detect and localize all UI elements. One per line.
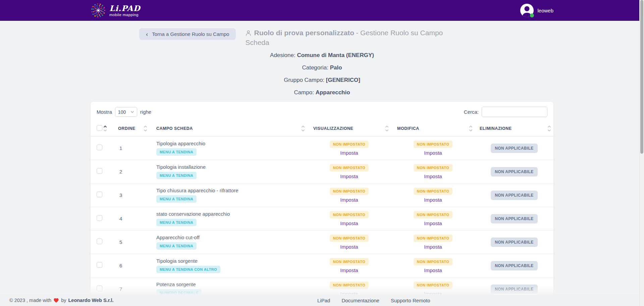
row-checkbox[interactable]	[97, 215, 102, 221]
meta-value: [GENERICO]	[326, 77, 360, 83]
sort-asc-icon[interactable]	[547, 125, 551, 128]
column-header-eliminazione[interactable]: ELIMINAZIONE	[475, 121, 553, 137]
modifica-status-badge: NON IMPOSTATO	[414, 282, 452, 289]
row-checkbox[interactable]	[97, 192, 102, 197]
sort-desc-icon[interactable]	[547, 129, 551, 132]
page-length-value: 100	[118, 109, 126, 115]
sort-desc-icon[interactable]	[301, 129, 305, 132]
online-status-dot	[530, 13, 534, 17]
modifica-imposta-link[interactable]: Imposta	[391, 173, 475, 179]
logo-subtitle: mobile mapping	[109, 13, 140, 17]
row-checkbox[interactable]	[97, 168, 102, 174]
modifica-status-badge: NON IMPOSTATO	[414, 258, 452, 265]
field-name: Apparecchio cut-off	[156, 235, 307, 240]
sort-control-eliminazione[interactable]	[547, 125, 551, 132]
chevron-down-icon	[130, 111, 134, 113]
modifica-imposta-link[interactable]: Imposta	[391, 244, 475, 250]
modifica-status-badge: NON IMPOSTATO	[414, 141, 452, 148]
sort-asc-icon[interactable]	[469, 125, 473, 128]
field-type-badge: MENU A TENDINA	[156, 148, 197, 156]
table-row: 5 Apparecchio cut-off MENU A TENDINA NON…	[91, 231, 553, 254]
visualizzazione-imposta-link[interactable]: Imposta	[307, 220, 391, 226]
visualizzazione-imposta-link[interactable]: Imposta	[307, 150, 391, 156]
search-input[interactable]	[482, 107, 547, 117]
column-header-modifica[interactable]: MODIFICA	[391, 121, 475, 137]
sort-control-modifica[interactable]	[469, 125, 473, 132]
footer-link-documentazione[interactable]: Documentazione	[341, 298, 379, 303]
visualizzazione-status-badge: NON IMPOSTATO	[330, 211, 369, 218]
meta-value: Apparecchio	[316, 89, 350, 96]
sort-desc-icon[interactable]	[385, 129, 389, 132]
sort-control-campo-scheda[interactable]	[301, 125, 305, 132]
select-all-checkbox[interactable]	[97, 125, 102, 131]
sort-asc-icon-active[interactable]	[103, 125, 107, 128]
column-header-ordine[interactable]: ORDINE	[109, 121, 150, 137]
visualizzazione-imposta-link[interactable]: Imposta	[307, 244, 391, 250]
footer-link-lipad[interactable]: LiPad	[317, 298, 330, 303]
user-menu[interactable]: leoweb	[520, 4, 553, 17]
row-checkbox[interactable]	[97, 239, 102, 244]
visualizzazione-imposta-link[interactable]: Imposta	[307, 267, 391, 273]
eliminazione-status-badge: NON APPLICABILE	[491, 261, 538, 270]
sort-control-ordine[interactable]	[144, 125, 147, 132]
app-header: Li.PAD mobile mapping leoweb	[0, 0, 644, 21]
visualizzazione-imposta-link[interactable]: Imposta	[307, 173, 391, 179]
rows-label: righe	[140, 109, 151, 115]
field-type-badge: MENU A TENDINA CON ALTRO	[156, 266, 220, 273]
role-person-icon	[245, 30, 252, 36]
fields-table: ORDINE CAMPO SCHEDA	[91, 121, 553, 301]
back-button-label: Torna a Gestione Ruolo su Campo	[152, 31, 229, 37]
show-label: Mostra	[97, 109, 112, 115]
row-checkbox[interactable]	[97, 286, 102, 291]
scrollbar-thumb[interactable]	[640, 0, 643, 154]
row-checkbox[interactable]	[97, 262, 102, 268]
eliminazione-status-badge: NON APPLICABILE	[491, 238, 538, 247]
column-header-visualizzazione[interactable]: VISUALIZZAZIONE	[307, 121, 391, 137]
sort-asc-icon[interactable]	[144, 125, 147, 128]
avatar[interactable]	[520, 4, 534, 17]
meta-value: Comune di Manta (ENERGY)	[297, 52, 374, 58]
modifica-imposta-link[interactable]: Imposta	[391, 267, 475, 273]
row-checkbox[interactable]	[97, 145, 102, 150]
brand-name: Leonardo Web S.r.l.	[68, 298, 113, 303]
meta-label: Categoria:	[302, 64, 328, 71]
context-info: Adesione: Comune di Manta (ENERGY) Categ…	[0, 52, 644, 96]
page-scrollbar[interactable]	[639, 0, 644, 306]
table-card: Mostra 100 righe Cerca:	[91, 102, 553, 306]
table-row: 6 Tipologia sorgente MENU A TENDINA CON …	[91, 254, 553, 277]
page-length-select[interactable]: 100	[115, 107, 137, 117]
back-button[interactable]: ‹ Torna a Gestione Ruolo su Campo	[139, 28, 236, 40]
modifica-imposta-link[interactable]: Imposta	[391, 220, 475, 226]
field-name: Tipologia installazione	[156, 164, 307, 170]
order-cell: 5	[109, 231, 150, 254]
field-type-badge: MENU A TENDINA	[156, 242, 197, 250]
footer-link-supporto-remoto[interactable]: Supporto Remoto	[391, 298, 430, 303]
modifica-imposta-link[interactable]: Imposta	[391, 150, 475, 156]
sort-asc-icon[interactable]	[385, 125, 389, 128]
sort-asc-icon[interactable]	[301, 125, 305, 128]
sort-desc-icon[interactable]	[144, 129, 147, 132]
order-cell: 4	[109, 207, 150, 231]
modifica-imposta-link[interactable]: Imposta	[391, 197, 475, 203]
visualizzazione-imposta-link[interactable]: Imposta	[307, 197, 391, 203]
visualizzazione-status-badge: NON IMPOSTATO	[330, 141, 369, 148]
column-header-campo-scheda[interactable]: CAMPO SCHEDA	[150, 121, 307, 137]
eliminazione-status-badge: NON APPLICABILE	[491, 191, 538, 200]
sort-control-select[interactable]	[103, 125, 107, 132]
page-title-role-name: Ruolo di prova personalizzato	[254, 29, 354, 37]
app-logo[interactable]: Li.PAD mobile mapping	[91, 3, 140, 18]
table-row: 2 Tipologia installazione MENU A TENDINA…	[91, 160, 553, 184]
meta-value: Palo	[330, 64, 342, 71]
field-name: Tipologia sorgente	[156, 258, 307, 264]
sort-desc-icon[interactable]	[469, 129, 473, 132]
meta-label: Adesione:	[270, 52, 296, 58]
main-content: ‹ Torna a Gestione Ruolo su Campo Ruolo …	[0, 28, 644, 306]
sort-control-visualizzazione[interactable]	[385, 125, 389, 132]
table-row: 3 Tipo chiusura apparecchio - rifrattore…	[91, 184, 553, 207]
page-length-control: Mostra 100 righe	[97, 107, 151, 117]
visualizzazione-status-badge: NON IMPOSTATO	[330, 258, 369, 265]
sort-desc-icon[interactable]	[103, 129, 107, 132]
app-footer: © 2023 , made with by Leonardo Web S.r.l…	[0, 295, 644, 306]
table-row: 4 stato conservazione apparecchio MENU A…	[91, 207, 553, 231]
copyright: © 2023 , made with by Leonardo Web S.r.l…	[9, 298, 114, 303]
